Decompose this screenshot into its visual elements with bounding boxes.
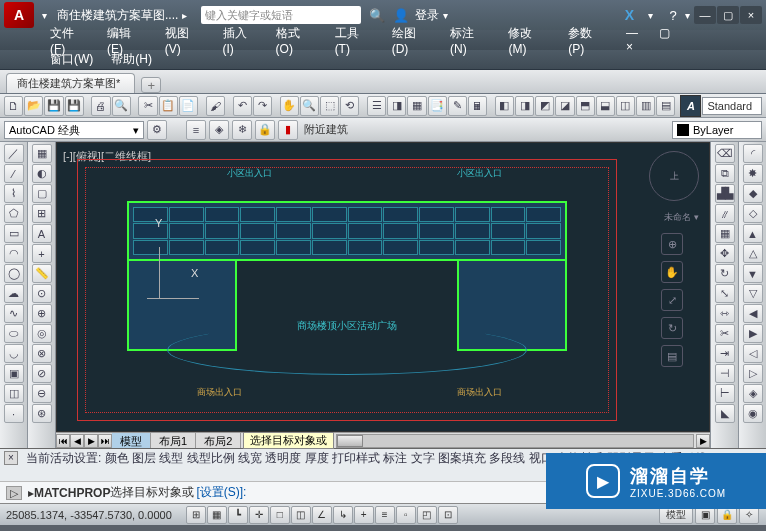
tb-extra-6[interactable]: ⬓	[596, 96, 615, 116]
new-button[interactable]: 🗋	[4, 96, 23, 116]
navwheel-icon[interactable]: ⊕	[661, 233, 683, 255]
drawing-canvas[interactable]: [-][俯视][二维线框] 小区出入口 小区出入口 商场楼顶小区活动广	[56, 142, 710, 432]
move-button[interactable]: ✥	[715, 244, 735, 263]
menu-view[interactable]: 视图(V)	[165, 25, 205, 56]
login-button[interactable]: 登录	[415, 7, 439, 24]
tab-next-button[interactable]: ▶	[84, 434, 98, 448]
tb-extra-1[interactable]: ◧	[495, 96, 514, 116]
layer-iso-button[interactable]: ◈	[209, 120, 229, 140]
osnap-toggle-button[interactable]: □	[270, 506, 290, 524]
close-button[interactable]: ×	[740, 6, 762, 24]
layer-freeze-button[interactable]: ❄	[232, 120, 252, 140]
menu-dimension[interactable]: 标注(N)	[450, 25, 490, 56]
array-button[interactable]: ▦	[715, 224, 735, 243]
addselected-button[interactable]: +	[32, 244, 52, 263]
table-button[interactable]: ⊞	[32, 204, 52, 223]
otrack-toggle-button[interactable]: ∠	[312, 506, 332, 524]
ellipse-button[interactable]: ⬭	[4, 324, 24, 343]
redo-button[interactable]: ↷	[253, 96, 272, 116]
tab-first-button[interactable]: ⏮	[56, 434, 70, 448]
mirror-button[interactable]: ▟▙	[715, 184, 735, 203]
revcloud-button[interactable]: ☁	[4, 284, 24, 303]
mod-extra-4[interactable]: △	[743, 244, 763, 263]
cmd-chevron-icon[interactable]: ▷	[6, 486, 22, 500]
coordinates[interactable]: 25085.1374, -33547.5730, 0.0000	[6, 509, 172, 521]
zoom-prev-button[interactable]: ⟲	[340, 96, 359, 116]
workspace-combo[interactable]: AutoCAD 经典 ▾	[4, 121, 144, 139]
plot-button[interactable]: 🖨	[91, 96, 110, 116]
search-input[interactable]: 键入关键字或短语	[201, 6, 361, 24]
rotate-button[interactable]: ↻	[715, 264, 735, 283]
login-dropdown-icon[interactable]: ▾	[443, 10, 448, 21]
3dosnap-toggle-button[interactable]: ◫	[291, 506, 311, 524]
exchange-dropdown-icon[interactable]: ▾	[648, 10, 653, 21]
menu-window[interactable]: 窗口(W)	[50, 51, 93, 68]
designcenter-button[interactable]: ◨	[387, 96, 406, 116]
polar-toggle-button[interactable]: ✛	[249, 506, 269, 524]
chamfer-button[interactable]: ◣	[715, 404, 735, 423]
mod-extra-7[interactable]: ◀	[743, 304, 763, 323]
tpy-toggle-button[interactable]: ▫	[396, 506, 416, 524]
ws-settings-button[interactable]: ⚙	[147, 120, 167, 140]
h-scroll-thumb[interactable]	[337, 435, 363, 447]
infocenter-icon[interactable]: 🔍	[369, 7, 385, 23]
exchange-icon[interactable]: X	[625, 7, 634, 23]
doc-restore-button[interactable]: ▢	[659, 26, 670, 40]
doc-close-button[interactable]: ×	[626, 40, 633, 54]
undo-button[interactable]: ↶	[233, 96, 252, 116]
sheetset-button[interactable]: 📑	[428, 96, 447, 116]
extra-draw-1[interactable]: ⊙	[32, 284, 52, 303]
tb-extra-3[interactable]: ◩	[535, 96, 554, 116]
orbit-icon[interactable]: ↻	[661, 317, 683, 339]
minimize-button[interactable]: —	[694, 6, 716, 24]
offset-button[interactable]: ⫽	[715, 204, 735, 223]
mtext-button[interactable]: A	[32, 224, 52, 243]
snap-toggle-button[interactable]: ⊞	[186, 506, 206, 524]
markup-button[interactable]: ✎	[448, 96, 467, 116]
user-icon[interactable]: 👤	[393, 7, 409, 23]
mod-extra-3[interactable]: ▲	[743, 224, 763, 243]
model-tab[interactable]: 模型	[112, 433, 151, 448]
trim-button[interactable]: ✂	[715, 324, 735, 343]
menu-draw[interactable]: 绘图(D)	[392, 25, 432, 56]
tab-prev-button[interactable]: ◀	[70, 434, 84, 448]
rectangle-button[interactable]: ▭	[4, 224, 24, 243]
showmotion-icon[interactable]: ▤	[661, 345, 683, 367]
explode-button[interactable]: ✸	[743, 164, 763, 183]
xline-button[interactable]: ∕	[4, 164, 24, 183]
paste-button[interactable]: 📄	[179, 96, 198, 116]
save-button[interactable]: 💾	[44, 96, 63, 116]
menu-modify[interactable]: 修改(M)	[508, 25, 550, 56]
menu-format[interactable]: 格式(O)	[276, 25, 317, 56]
restore-button[interactable]: ▢	[717, 6, 739, 24]
layout2-tab[interactable]: 布局2	[196, 433, 241, 448]
tb-extra-5[interactable]: ⬒	[576, 96, 595, 116]
stretch-button[interactable]: ⇿	[715, 304, 735, 323]
layer-lock-button[interactable]: 🔒	[255, 120, 275, 140]
erase-button[interactable]: ⌫	[715, 144, 735, 163]
matchprop-button[interactable]: 🖌	[206, 96, 225, 116]
doc-minimize-button[interactable]: —	[626, 26, 638, 40]
saveas-button[interactable]: 💾	[65, 96, 84, 116]
hatch-button[interactable]: ▦	[32, 144, 52, 163]
pan-icon[interactable]: ✋	[661, 261, 683, 283]
zoom-extents-icon[interactable]: ⤢	[661, 289, 683, 311]
extra-draw-6[interactable]: ⊖	[32, 384, 52, 403]
sc-toggle-button[interactable]: ⊡	[438, 506, 458, 524]
viewcube-label[interactable]: 未命名 ▾	[664, 211, 699, 224]
extend-button[interactable]: ⇥	[715, 344, 735, 363]
point-button[interactable]: ·	[4, 404, 24, 423]
extra-draw-5[interactable]: ⊘	[32, 364, 52, 383]
mod-extra-1[interactable]: ◆	[743, 184, 763, 203]
insert-button[interactable]: ▣	[4, 364, 24, 383]
ortho-toggle-button[interactable]: ┗	[228, 506, 248, 524]
tab-last-button[interactable]: ⏭	[98, 434, 112, 448]
mod-extra-9[interactable]: ◁	[743, 344, 763, 363]
layout1-tab[interactable]: 布局1	[151, 433, 196, 448]
scale-button[interactable]: ⤡	[715, 284, 735, 303]
pline-button[interactable]: ⌇	[4, 184, 24, 203]
menu-tools[interactable]: 工具(T)	[335, 25, 374, 56]
pan-button[interactable]: ✋	[280, 96, 299, 116]
lwt-toggle-button[interactable]: ≡	[375, 506, 395, 524]
cmd-settings-link[interactable]: [设置(S)]:	[196, 484, 246, 501]
